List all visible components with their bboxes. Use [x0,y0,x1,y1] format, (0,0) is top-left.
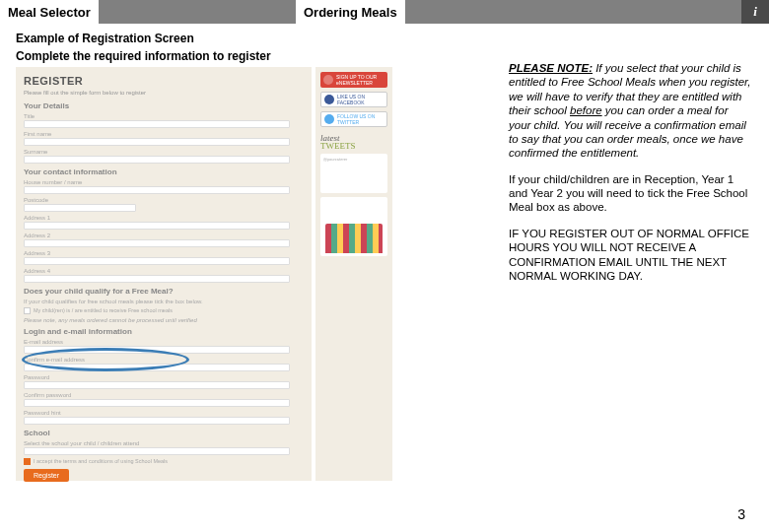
tweet-box: @yourcaterer [320,154,387,193]
label-house: House number / name [24,179,304,185]
header-bar: Meal Selector Ordering Meals i [0,0,769,24]
fsm-check-label: My child(ren) is / are entitled to recei… [34,307,173,313]
section-login: Login and e-mail information [24,327,304,336]
header-info-icon: i [741,0,769,24]
facebook-icon [324,95,334,104]
note-lead: PLEASE NOTE: [509,62,593,74]
registration-screenshot: REGISTER Please fill out the simple form… [16,67,489,481]
addr3-field[interactable] [24,257,290,265]
content-area: Example of Registration Screen Complete … [0,24,769,532]
fsm-note: Please note, any meals ordered cannot be… [24,317,304,323]
firstname-field[interactable] [24,138,290,146]
title-select[interactable] [24,120,290,128]
form-tagline: Please fill out the simple form below to… [24,90,304,96]
header-mid-label: Ordering Meals [296,0,405,24]
label-pass: Password [24,374,304,380]
label-addr2: Address 2 [24,233,304,238]
food-illustration [320,197,387,256]
tweets-word: TWEETS [320,142,387,150]
latest-tweets-heading: latest TWEETS [320,134,387,150]
twitter-icon [324,114,334,124]
twitter-label: FOLLOW US ON TWITTER [337,113,384,125]
facebook-button[interactable]: LIKE US ON FACEBOOK [320,92,387,107]
label-title: Title [24,113,304,119]
shelf-icon [325,224,383,253]
fsm-desc: If your child qualifies for free school … [24,299,304,304]
side-panel: SIGN UP TO OUR eNEWSLETTER LIKE US ON FA… [315,67,392,481]
terms-row[interactable]: I accept the terms and conditions of usi… [24,458,304,465]
label-addr3: Address 3 [24,250,304,256]
label-postcode: Postcode [24,197,304,203]
office-hours-paragraph: IF YOU REGISTER OUT OF NORMAL OFFICE HOU… [509,227,753,284]
register-button[interactable]: Register [24,469,69,482]
subtitle-2: Complete the required information to reg… [16,49,489,63]
label-school: Select the school your child / children … [24,440,304,446]
pass-field[interactable] [24,381,290,389]
addr2-field[interactable] [24,239,290,247]
section-contact: Your contact information [24,167,304,176]
label-cpass: Confirm password [24,392,304,398]
school-select[interactable] [24,447,290,455]
terms-label: I accept the terms and conditions of usi… [34,458,168,464]
addr1-field[interactable] [24,222,290,230]
right-column: PLEASE NOTE: If you select that your chi… [509,32,753,532]
header-left: Meal Selector [0,0,296,24]
please-note-paragraph: PLEASE NOTE: If you select that your chi… [509,61,753,161]
surname-field[interactable] [24,156,290,164]
label-surname: Surname [24,149,304,155]
cpass-field[interactable] [24,399,290,407]
section-school: School [24,429,304,437]
newsletter-button[interactable]: SIGN UP TO OUR eNEWSLETTER [320,72,387,88]
label-firstname: First name [24,131,304,137]
fsm-checkbox-row[interactable]: My child(ren) is / are entitled to recei… [24,307,304,314]
heart-icon [323,75,333,85]
section-fsm: Does your child qualify for a Free Meal? [24,287,304,296]
note-before: before [570,104,602,116]
hint-field[interactable] [24,417,290,425]
header-mid: Ordering Meals [296,0,741,24]
newsletter-label: SIGN UP TO OUR eNEWSLETTER [336,74,384,86]
label-hint: Password hint [24,410,304,416]
terms-checkbox[interactable] [24,458,31,465]
facebook-label: LIKE US ON FACEBOOK [337,94,384,105]
reception-paragraph: If your child/children are in Reception,… [509,172,753,215]
twitter-button[interactable]: FOLLOW US ON TWITTER [320,111,387,127]
label-addr4: Address 4 [24,268,304,274]
page-number: 3 [737,506,745,522]
section-your-details: Your Details [24,101,304,110]
addr4-field[interactable] [24,275,290,283]
highlight-oval-annotation [22,348,189,371]
postcode-field[interactable] [24,204,136,212]
house-field[interactable] [24,186,290,194]
tweet-handle: @yourcaterer [323,157,347,162]
subtitle-1: Example of Registration Screen [16,32,489,45]
label-addr1: Address 1 [24,215,304,221]
label-email: E-mail address [24,339,304,345]
fsm-checkbox[interactable] [24,307,31,314]
header-left-label: Meal Selector [0,0,99,24]
left-column: Example of Registration Screen Complete … [16,32,489,532]
form-panel: REGISTER Please fill out the simple form… [16,67,312,481]
info-icon: i [753,4,757,20]
form-title: REGISTER [24,75,304,87]
